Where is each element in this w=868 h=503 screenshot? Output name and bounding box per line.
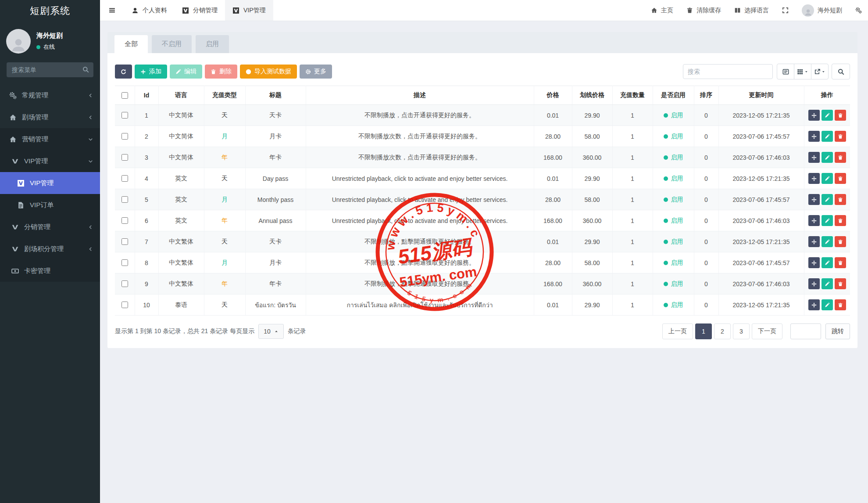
topnav-item-user[interactable]: 海外短剧 — [802, 4, 842, 17]
row-checkbox[interactable] — [121, 280, 128, 287]
topnav-item-clear-cache[interactable]: 清除缓存 — [686, 7, 721, 14]
search-button[interactable] — [832, 64, 850, 79]
sidebar-item-distribution[interactable]: 分销管理 — [0, 216, 100, 238]
sidebar-item-vip-manage[interactable]: VIP管理 — [0, 172, 100, 194]
import-button[interactable]: 导入测试数据 — [240, 65, 297, 79]
row-move-button[interactable] — [808, 278, 820, 289]
row-checkbox[interactable] — [121, 112, 128, 119]
cell-checkbox — [115, 147, 135, 168]
row-edit-button[interactable] — [822, 110, 833, 121]
recharge-type-label: 年 — [221, 217, 228, 224]
delete-button[interactable]: 删除 — [205, 65, 237, 79]
topnav-item-home[interactable]: 主页 — [651, 7, 673, 14]
add-button[interactable]: 添加 — [135, 65, 167, 79]
row-checkbox[interactable] — [121, 217, 128, 224]
row-checkbox[interactable] — [121, 175, 128, 182]
topnav-item-language[interactable]: 选择语言 — [734, 7, 769, 14]
export-button[interactable] — [811, 64, 829, 79]
refresh-button[interactable] — [115, 65, 132, 79]
page-button-2[interactable]: 2 — [714, 323, 731, 339]
select-all-checkbox[interactable] — [121, 92, 128, 99]
cell-actions — [804, 168, 850, 189]
v-square-icon — [182, 7, 189, 14]
row-checkbox[interactable] — [121, 238, 128, 245]
more-button[interactable]: 更多 — [300, 65, 332, 79]
columns-button[interactable] — [794, 64, 811, 79]
row-edit-button[interactable] — [822, 131, 833, 142]
page-jump-input[interactable] — [790, 323, 821, 339]
row-move-button[interactable] — [808, 152, 820, 163]
row-move-button[interactable] — [808, 236, 820, 247]
row-edit-button[interactable] — [822, 299, 833, 310]
sidebar-item-marketing[interactable]: 营销管理 — [0, 128, 100, 150]
row-edit-button[interactable] — [822, 173, 833, 184]
sidebar-item-card-keys[interactable]: 卡密管理 — [0, 260, 100, 282]
cell-title: Annual pass — [245, 210, 306, 231]
page-button-1[interactable]: 1 — [695, 323, 712, 339]
avatar — [802, 4, 814, 17]
filter-tab-all[interactable]: 全部 — [114, 35, 148, 53]
detail-view-button[interactable] — [777, 64, 794, 79]
topnav-item-fullscreen[interactable] — [782, 7, 789, 14]
row-move-button[interactable] — [808, 215, 820, 226]
cell-recharge-type: 天 — [204, 168, 245, 189]
recharge-type-label: 天 — [221, 238, 228, 245]
sidebar-toggle-button[interactable] — [100, 7, 124, 14]
filter-tab-enabled[interactable]: 启用 — [196, 35, 229, 53]
topnav-tab-vip[interactable]: VIP管理 — [225, 0, 273, 21]
status-label: 启用 — [671, 196, 683, 204]
edit-button[interactable]: 编辑 — [170, 65, 202, 79]
page-size-select[interactable]: 10 — [258, 324, 284, 339]
sidebar-item-theater[interactable]: 剧场管理 — [0, 106, 100, 128]
row-checkbox[interactable] — [121, 133, 128, 140]
row-checkbox[interactable] — [121, 154, 128, 161]
row-edit-button[interactable] — [822, 278, 833, 289]
row-delete-button[interactable] — [835, 236, 846, 247]
row-edit-button[interactable] — [822, 215, 833, 226]
row-edit-button[interactable] — [822, 152, 833, 163]
sidebar-item-theater-points[interactable]: 剧场积分管理 — [0, 238, 100, 260]
next-page-button[interactable]: 下一页 — [752, 323, 782, 339]
filter-tab-disabled[interactable]: 不启用 — [152, 35, 192, 53]
trash-icon — [686, 7, 693, 14]
row-checkbox[interactable] — [121, 302, 128, 308]
row-edit-button[interactable] — [822, 236, 833, 247]
cell-recharge-type: 年 — [204, 210, 245, 231]
page-jump-button[interactable]: 跳转 — [825, 323, 850, 339]
row-delete-button[interactable] — [835, 131, 846, 142]
row-edit-button[interactable] — [822, 194, 833, 205]
table-search-input[interactable] — [683, 64, 773, 79]
pencil-icon — [825, 113, 830, 118]
topnav-tab-profile[interactable]: 个人资料 — [124, 0, 175, 21]
row-move-button[interactable] — [808, 299, 820, 310]
select-all-cell — [115, 86, 135, 105]
row-delete-button[interactable] — [835, 152, 846, 163]
prev-page-button[interactable]: 上一页 — [662, 323, 693, 339]
row-delete-button[interactable] — [835, 299, 846, 310]
row-checkbox[interactable] — [121, 259, 128, 266]
row-delete-button[interactable] — [835, 257, 846, 268]
page-button-3[interactable]: 3 — [733, 323, 750, 339]
topnav-tab-distribution[interactable]: 分销管理 — [175, 0, 225, 21]
row-edit-button[interactable] — [822, 257, 833, 268]
sidebar-item-vip[interactable]: VIP管理 — [0, 150, 100, 172]
user-status: 在线 — [36, 43, 63, 51]
row-move-button[interactable] — [808, 110, 820, 121]
row-delete-button[interactable] — [835, 173, 846, 184]
sidebar-search-input[interactable] — [7, 62, 93, 77]
topnav-tabs: 个人资料分销管理VIP管理 — [124, 0, 273, 21]
topnav-item-settings[interactable] — [855, 7, 862, 14]
row-delete-button[interactable] — [835, 278, 846, 289]
row-delete-button[interactable] — [835, 110, 846, 121]
cell-actions — [804, 295, 850, 316]
row-move-button[interactable] — [808, 257, 820, 268]
row-delete-button[interactable] — [835, 194, 846, 205]
column-header-description: 描述 — [306, 86, 534, 105]
row-move-button[interactable] — [808, 131, 820, 142]
row-move-button[interactable] — [808, 194, 820, 205]
sidebar-item-general[interactable]: 常规管理 — [0, 84, 100, 106]
row-checkbox[interactable] — [121, 196, 128, 203]
row-move-button[interactable] — [808, 173, 820, 184]
sidebar-item-vip-orders[interactable]: VIP订单 — [0, 194, 100, 216]
row-delete-button[interactable] — [835, 215, 846, 226]
